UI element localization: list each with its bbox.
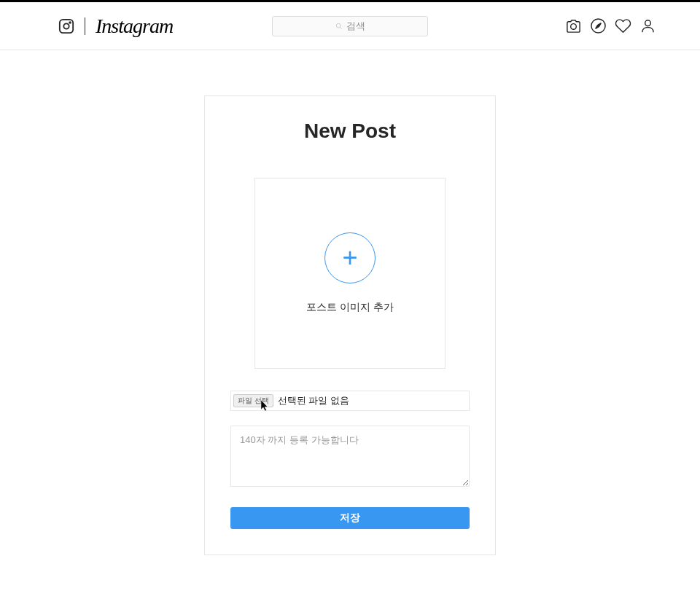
svg-point-2 xyxy=(69,22,71,23)
file-input-row[interactable]: 파일 선택 선택된 파일 없음 xyxy=(230,391,470,411)
nav-icons xyxy=(565,17,656,34)
file-status-text: 선택된 파일 없음 xyxy=(278,394,349,407)
main-content: New Post + 포스트 이미지 추가 파일 선택 선택된 파일 없음 저장 xyxy=(0,50,700,555)
save-button[interactable]: 저장 xyxy=(230,507,470,529)
svg-point-1 xyxy=(63,23,69,28)
search-placeholder: 검색 xyxy=(346,20,365,33)
person-icon[interactable] xyxy=(639,17,656,34)
caption-input[interactable] xyxy=(230,426,470,487)
search-icon xyxy=(335,23,343,30)
upload-label: 포스트 이미지 추가 xyxy=(306,301,394,314)
instagram-wordmark: Instagram xyxy=(96,15,173,38)
logo-divider xyxy=(85,17,85,35)
plus-circle-icon: + xyxy=(324,232,376,283)
card-title: New Post xyxy=(230,120,470,143)
image-upload-area[interactable]: + 포스트 이미지 추가 xyxy=(254,178,446,369)
file-select-button[interactable]: 파일 선택 xyxy=(233,394,273,407)
logo-section[interactable]: Instagram xyxy=(58,15,173,38)
instagram-icon xyxy=(58,18,74,34)
new-post-card: New Post + 포스트 이미지 추가 파일 선택 선택된 파일 없음 저장 xyxy=(204,95,496,555)
svg-rect-0 xyxy=(60,19,73,32)
search-input[interactable]: 검색 xyxy=(272,16,428,36)
svg-point-8 xyxy=(645,20,651,26)
svg-point-5 xyxy=(571,24,577,30)
main-header: Instagram 검색 xyxy=(0,2,700,50)
heart-icon[interactable] xyxy=(615,17,631,34)
compass-icon[interactable] xyxy=(590,17,607,34)
svg-line-4 xyxy=(340,27,342,29)
svg-point-3 xyxy=(336,23,341,28)
svg-marker-7 xyxy=(596,23,602,29)
camera-icon[interactable] xyxy=(565,17,582,34)
plus-icon: + xyxy=(342,245,357,271)
